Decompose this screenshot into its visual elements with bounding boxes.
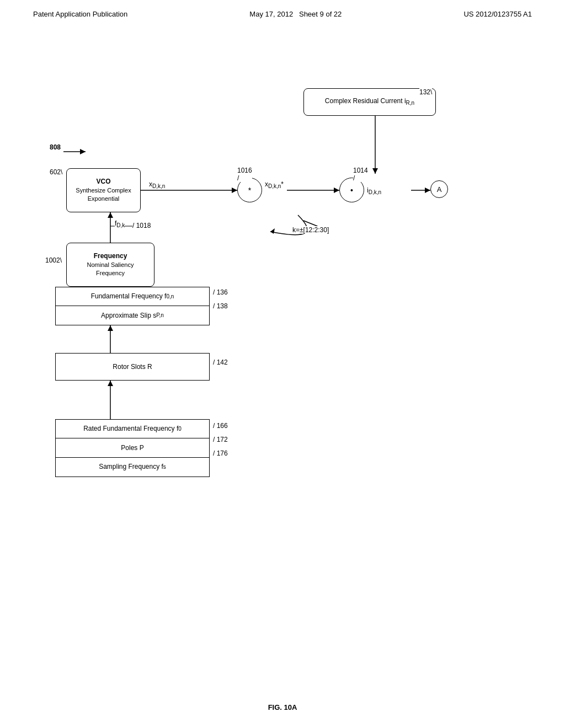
svg-marker-22	[270, 228, 275, 234]
vco-text: Synthesize ComplexExponential	[76, 186, 131, 204]
box-fund-slip-group: Fundamental Frequency f0,n Approximate S…	[55, 287, 210, 325]
label-xdkn-star: xD,k,n*	[265, 180, 284, 189]
page: Patent Application Publication May 17, 2…	[0, 0, 565, 728]
circle-a-label: A	[437, 185, 442, 194]
row-sampling-freq: Sampling Frequency fs	[56, 458, 209, 477]
diagram-arrows	[33, 72, 532, 695]
label-1016: 1016/	[237, 167, 252, 182]
label-k-range: k=±[12:2:30]	[292, 226, 329, 234]
box-vco: VCO Synthesize ComplexExponential	[66, 168, 141, 212]
row-fundamental-freq: Fundamental Frequency f0,n	[56, 287, 209, 306]
label-142: / 142	[213, 358, 228, 366]
header-left: Patent Application Publication	[33, 10, 127, 18]
svg-marker-5	[232, 188, 237, 193]
diagram-area: 808 Complex Residual Current iR,n 132\ V…	[33, 72, 532, 695]
label-1018: / 1018	[132, 222, 151, 229]
svg-marker-3	[334, 188, 339, 193]
label-176: / 176	[213, 449, 228, 457]
header-right: US 2012/0123755 A1	[463, 10, 532, 18]
label-fdk: fD,k	[115, 220, 125, 228]
svg-marker-10	[108, 212, 113, 218]
arrow-808	[63, 143, 97, 160]
box-frequency: Frequency Nominal SaliencyFrequency	[66, 243, 154, 287]
label-172: / 172	[213, 436, 228, 443]
svg-marker-21	[108, 381, 113, 386]
header: Patent Application Publication May 17, 2…	[0, 0, 565, 18]
row-rated-fund-freq: Rated Fundamental Frequency f0	[56, 420, 209, 438]
label-808: 808	[50, 143, 61, 151]
svg-marker-19	[108, 325, 113, 331]
label-136: / 136	[213, 288, 228, 296]
rotor-slots-text: Rotor Slots R	[113, 362, 152, 372]
dot-symbol: •	[350, 186, 353, 195]
box-complex-residual: Complex Residual Current iR,n	[303, 88, 436, 116]
label-idkn: iD,k,n	[367, 186, 381, 195]
label-602: 602\	[50, 168, 62, 176]
fig-caption: FIG. 10A	[33, 703, 532, 711]
freq-text: Nominal SaliencyFrequency	[87, 261, 134, 278]
circle-a: A	[430, 180, 448, 198]
row-poles: Poles P	[56, 438, 209, 457]
svg-marker-24	[80, 149, 86, 154]
multiply-symbol: *	[248, 186, 251, 195]
svg-marker-8	[425, 188, 430, 193]
label-1002: 1002\	[45, 256, 62, 264]
freq-title: Frequency	[94, 251, 127, 261]
label-xdkn: xD,k,n	[149, 180, 165, 189]
label-138: / 138	[213, 302, 228, 310]
box-bottom-group: Rated Fundamental Frequency f0 Poles P S…	[55, 419, 210, 477]
header-center: May 17, 2012 Sheet 9 of 22	[249, 10, 342, 18]
label-166: / 166	[213, 422, 228, 430]
label-132: 132\	[419, 88, 432, 96]
svg-marker-1	[372, 168, 378, 174]
vco-title: VCO	[96, 177, 110, 186]
box-rotor-slots: Rotor Slots R	[55, 353, 210, 381]
label-1014: 1014/	[353, 167, 368, 182]
box-complex-residual-text: Complex Residual Current iR,n	[325, 97, 414, 107]
row-approx-slip: Approximate Slip sP,n	[56, 306, 209, 325]
